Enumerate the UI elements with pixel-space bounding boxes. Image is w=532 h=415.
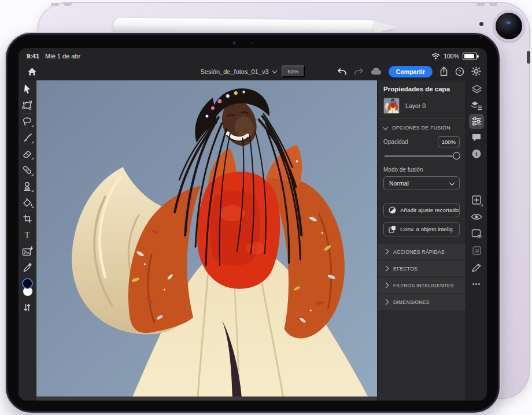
layers-icon	[471, 84, 482, 95]
title-chevron-down-icon	[272, 68, 278, 73]
layer-thumbnail	[383, 98, 400, 114]
foreground-color-swatch	[22, 278, 33, 289]
zoom-level-badge[interactable]: 63%	[282, 65, 305, 77]
layer-properties-panel: Propiedades de capa Layer 0 OPCIONES DE …	[377, 80, 466, 401]
blend-mode-dropdown[interactable]: Normal	[383, 176, 460, 190]
settings-gear-icon[interactable]	[471, 66, 481, 76]
layers-panel-button[interactable]	[469, 81, 484, 97]
wifi-icon	[431, 53, 440, 60]
layer-properties-icon	[471, 100, 482, 110]
add-layer-button[interactable]	[469, 192, 484, 208]
workspace: T	[19, 80, 487, 401]
tool-eyedropper-button[interactable]	[20, 260, 35, 274]
tool-brush-button[interactable]	[20, 131, 35, 144]
panel-sections: ACCIONES RÁPIDAS EFECTOS FILTROS INTELIG…	[378, 244, 466, 310]
info-button[interactable]: i	[469, 146, 484, 161]
smart-object-icon	[389, 225, 396, 233]
opacity-value-field[interactable]: 100%	[438, 136, 460, 147]
chevron-right-icon	[383, 266, 389, 272]
blend-mode-value: Normal	[389, 180, 409, 187]
opacity-row: Opacidad 100%	[383, 136, 460, 147]
home-button[interactable]	[24, 65, 39, 79]
layer-properties-button[interactable]	[469, 98, 484, 113]
ipad-front-device: 9:41 Mié 1 de abr 100% S	[5, 32, 501, 414]
tool-transform-button[interactable]	[20, 98, 35, 112]
section-smart-filters[interactable]: FILTROS INTELIGENTES	[378, 277, 466, 293]
layer-mask-icon	[471, 229, 482, 239]
tool-move-button[interactable]	[20, 82, 35, 96]
tool-fill-button[interactable]	[20, 195, 35, 209]
front-camera-icon	[232, 41, 236, 45]
add-clipped-adjustment-button[interactable]: Añadir ajuste recortado	[383, 203, 460, 217]
tool-eraser-button[interactable]	[20, 147, 35, 161]
tool-crop-button[interactable]	[20, 212, 35, 225]
move-icon	[23, 84, 32, 94]
undo-button[interactable]	[337, 68, 347, 76]
volume-button	[64, 3, 72, 6]
rear-microphone	[479, 22, 483, 26]
svg-text:T: T	[25, 231, 30, 239]
visibility-eye-icon	[471, 213, 482, 221]
type-icon: T	[23, 230, 32, 239]
clip-layer-button[interactable]	[469, 260, 484, 275]
clip-layer-icon	[471, 262, 482, 272]
more-options-button[interactable]: •••	[469, 276, 484, 291]
brush-icon	[23, 133, 32, 143]
side-button	[527, 51, 530, 64]
tool-place-photo-button[interactable]	[20, 244, 35, 258]
place-photo-icon	[22, 246, 33, 256]
layer-mask-button[interactable]	[469, 226, 484, 241]
battery-icon	[463, 53, 477, 60]
chevron-right-icon	[383, 283, 389, 288]
status-date: Mié 1 de abr	[45, 53, 80, 60]
slider-knob[interactable]	[453, 152, 460, 160]
battery-percent: 100%	[444, 53, 459, 60]
adjustment-icon	[389, 206, 396, 214]
cloud-sync-icon	[371, 68, 382, 75]
help-button[interactable]: ?	[455, 67, 464, 76]
status-time: 9:41	[27, 53, 39, 60]
tool-clone-stamp-button[interactable]	[20, 179, 35, 193]
layer-name: Layer 0	[405, 102, 426, 109]
tool-type-button[interactable]: T	[20, 228, 35, 242]
volume-button	[51, 3, 59, 6]
share-button[interactable]: Compartir	[389, 66, 433, 77]
section-quick-actions[interactable]: ACCIONES RÁPIDAS	[378, 244, 466, 260]
send-to-button[interactable]	[469, 243, 484, 258]
share-export-icon[interactable]	[439, 66, 448, 76]
slider-track	[385, 155, 459, 157]
transform-icon	[22, 101, 32, 110]
status-bar: 9:41 Mié 1 de abr 100%	[19, 48, 487, 63]
app-top-bar: Sesión_de_fotos_01_v3 63% Compart	[19, 63, 487, 80]
section-effects[interactable]: EFECTOS	[378, 261, 466, 276]
photo-document[interactable]	[36, 80, 377, 397]
comments-button[interactable]	[469, 130, 484, 145]
chevron-right-icon	[383, 249, 389, 255]
marketing-scene: 9:41 Mié 1 de abr 100% S	[0, 0, 532, 415]
layer-row[interactable]: Layer 0	[378, 97, 466, 118]
tool-lasso-button[interactable]	[20, 114, 35, 128]
panel-title: Propiedades de capa	[378, 80, 466, 97]
document-canvas[interactable]	[36, 80, 377, 401]
properties-panel-button[interactable]	[469, 114, 484, 129]
foreground-background-colors[interactable]	[20, 277, 35, 298]
document-title[interactable]: Sesión_de_fotos_01_v3	[200, 68, 276, 75]
more-options-icon: •••	[472, 280, 481, 287]
layer-visibility-button[interactable]	[469, 209, 484, 224]
swap-colors-icon	[23, 303, 31, 312]
properties-sliders-icon	[471, 117, 482, 126]
comments-icon	[471, 132, 482, 143]
right-icon-rail: i	[466, 80, 487, 401]
blend-options-header[interactable]: OPCIONES DE FUSIÓN	[378, 119, 466, 135]
tool-healing-brush-button[interactable]	[20, 163, 35, 177]
section-dimensions[interactable]: DIMENSIONES	[378, 294, 466, 310]
opacity-slider[interactable]	[385, 152, 459, 160]
top-button	[476, 3, 485, 6]
app-screen: 9:41 Mié 1 de abr 100% S	[19, 48, 487, 401]
svg-text:i: i	[476, 151, 478, 157]
front-sensor-dot	[252, 42, 253, 44]
convert-smart-object-button[interactable]: Conv. a objeto intelig.	[383, 222, 460, 236]
crop-icon	[23, 214, 32, 224]
swap-colors-button[interactable]	[20, 301, 35, 314]
redo-button[interactable]	[354, 68, 364, 76]
